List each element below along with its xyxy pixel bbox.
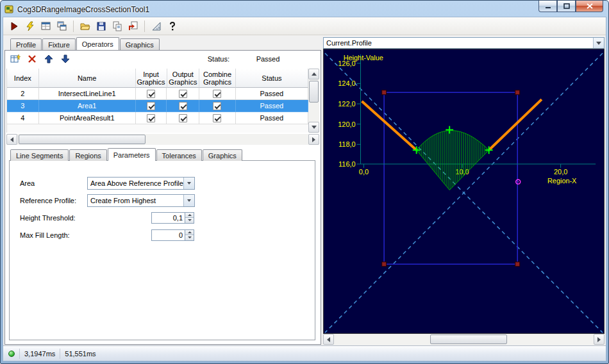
scroll-up-button[interactable] [308,69,319,79]
maximize-button[interactable] [557,1,576,12]
plot-horizontal-scrollbar[interactable] [323,334,605,345]
combine-graphics-checkbox[interactable] [213,114,221,122]
dropdown-button[interactable] [593,38,604,48]
chevron-down-icon [188,236,192,238]
column-header-status[interactable]: Status [236,69,308,88]
tab-tolerances[interactable]: Tolerances [156,149,202,161]
tab-label: Operators [82,40,113,48]
delete-operator-button[interactable] [24,52,39,66]
run-button[interactable] [6,19,21,33]
column-header-name[interactable]: Name [39,69,136,88]
chevron-down-icon [188,219,192,221]
region-corner-handle[interactable] [515,262,520,267]
titlebar[interactable]: Cog3DRangeImageCrossSectionTool1 [1,1,608,16]
table-row[interactable]: 4 PointAreaResult1 Passed [7,112,308,124]
tab-label: Profile [16,41,36,49]
max-fill-length-input[interactable] [151,229,185,241]
live-run-button[interactable] [22,19,37,33]
scrollbar-thumb[interactable] [19,135,146,144]
spin-down-button[interactable] [185,217,194,223]
move-down-icon [61,54,70,63]
chevron-down-icon [596,42,601,45]
profile-display-panel: Current.Profile [323,37,605,345]
chevron-up-icon [188,231,192,233]
scroll-left-button[interactable] [6,134,17,145]
set-square-icon [151,21,162,31]
move-down-button[interactable] [58,52,72,66]
scroll-right-button[interactable] [594,334,605,345]
table-horizontal-scrollbar[interactable] [6,134,319,145]
spin-up-button[interactable] [185,213,194,218]
save-button[interactable] [94,19,108,33]
cell-name: Area1 [39,100,136,112]
move-up-icon [44,54,53,63]
area-select[interactable]: Area Above Reference Profile [87,177,195,190]
dropdown-button[interactable] [183,178,194,189]
add-editor-button[interactable] [54,19,69,33]
execution-time: 3,1947ms [24,350,55,358]
column-header-index[interactable]: Index [7,69,39,88]
profile-plot[interactable]: Height-Value 126,0 124,0 122,0 120,0 118… [323,49,605,334]
import-button[interactable] [126,19,140,33]
spin-up-button[interactable] [185,230,194,235]
tab-line-segments[interactable]: Line Segments [10,149,69,161]
region-corner-handle[interactable] [382,262,387,267]
scroll-down-button[interactable] [308,122,319,133]
input-graphics-checkbox[interactable] [147,90,155,98]
table-vertical-scrollbar[interactable] [308,69,319,133]
scrollbar-thumb[interactable] [309,81,319,103]
cell-status: Passed [236,112,308,124]
input-graphics-checkbox[interactable] [147,102,155,110]
tab-label: Fixture [48,41,70,49]
column-header-output-graphics[interactable]: Output Graphics [167,69,200,88]
calibration-button[interactable] [149,19,163,33]
tab-fixture[interactable]: Fixture [42,38,76,50]
open-button[interactable] [78,19,92,33]
column-header-input-graphics[interactable]: Input Graphics [136,69,167,88]
table-row-selected[interactable]: 3 Area1 Passed [7,100,308,112]
combine-graphics-checkbox[interactable] [213,102,221,110]
scroll-left-button[interactable] [323,334,334,345]
cell-index: 2 [7,88,39,100]
profile-source-select[interactable]: Current.Profile [323,37,605,49]
scroll-right-button[interactable] [308,134,319,145]
input-graphics-checkbox[interactable] [147,114,155,122]
minimize-button[interactable] [538,1,557,12]
region-corner-handle[interactable] [382,90,387,95]
run-icon [9,21,19,31]
x-axis-title: Region-X [547,177,577,185]
dropdown-button[interactable] [183,195,194,206]
combine-graphics-checkbox[interactable] [213,90,221,98]
max-fill-length-label: Max Fill Length: [20,231,87,239]
spin-down-button[interactable] [185,235,194,240]
height-threshold-input[interactable] [151,212,185,224]
output-graphics-checkbox[interactable] [179,114,187,122]
tab-profile[interactable]: Profile [10,38,42,50]
add-operator-button[interactable] [8,52,22,66]
table-row[interactable]: 2 IntersectLineLine1 Passed [7,88,308,100]
tool-edit-panel: Profile Fixture Operators Graphics [4,37,321,345]
y-tick-label: 124,0 [338,79,355,87]
maximize-icon [563,3,570,9]
tab-parameters[interactable]: Parameters [108,148,156,161]
help-button[interactable] [165,19,179,33]
column-header-combine-graphics[interactable]: Combine Graphics [199,69,236,88]
tool-editors-button[interactable] [38,19,53,33]
tab-graphics[interactable]: Graphics [120,38,160,50]
close-button[interactable] [576,1,603,12]
client-area: Profile Fixture Operators Graphics [3,17,606,361]
tab-label: Graphics [208,152,237,160]
profile-source-value: Current.Profile [324,39,593,47]
reference-profile-select[interactable]: Create From Highest [87,194,195,207]
profile-plot-canvas[interactable]: Height-Value 126,0 124,0 122,0 120,0 118… [324,49,604,333]
output-graphics-checkbox[interactable] [179,102,187,110]
region-corner-handle[interactable] [515,90,520,95]
scrollbar-thumb[interactable] [430,335,507,344]
move-up-button[interactable] [41,52,56,66]
output-graphics-checkbox[interactable] [179,90,187,98]
copy-results-button[interactable] [110,19,124,33]
chevron-down-icon [187,182,191,185]
tab-regions[interactable]: Regions [69,149,106,161]
tab-graphics-sub[interactable]: Graphics [203,149,242,161]
tab-operators[interactable]: Operators [76,37,119,50]
